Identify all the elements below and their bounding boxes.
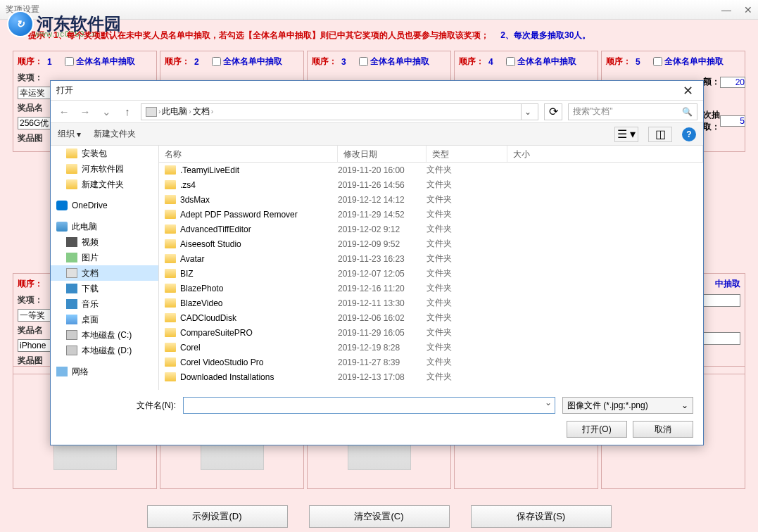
folder-icon: [165, 357, 176, 367]
organize-button[interactable]: 组织 ▾: [58, 128, 81, 140]
tree-item-河东软件园[interactable]: 河东软件园: [51, 161, 158, 177]
file-date: 2019-11-29 14:52: [338, 210, 427, 220]
close-app-icon[interactable]: ✕: [744, 4, 752, 15]
file-filter-combo[interactable]: 图像文件 (*.jpg;*.png) ⌄: [562, 397, 693, 414]
tree-item-文档[interactable]: 文档: [51, 265, 158, 281]
breadcrumb[interactable]: › 此电脑 › 文档 › ⌄: [141, 103, 538, 120]
list-item[interactable]: AdvancedTiffEditor2019-12-02 9:12文件夹: [159, 222, 703, 236]
column-name[interactable]: 名称: [159, 146, 338, 162]
list-item[interactable]: BIZ2019-12-07 12:05文件夹: [159, 266, 703, 281]
chevron-right-icon: ›: [211, 108, 213, 115]
tree-item-音乐[interactable]: 音乐: [51, 296, 158, 312]
view-mode-button[interactable]: ☰ ▾: [614, 127, 638, 142]
all-list-checkbox-4[interactable]: [506, 57, 515, 66]
all-list-checkbox-3[interactable]: [359, 57, 368, 66]
list-item[interactable]: Adept PDF Password Remover2019-11-29 14:…: [159, 207, 703, 222]
file-type: 文件夹: [427, 327, 507, 338]
tree-item-桌面[interactable]: 桌面: [51, 312, 158, 327]
open-button[interactable]: 打开(O): [567, 421, 627, 438]
file-type: 文件夹: [427, 297, 507, 309]
list-item[interactable]: BlazeVideo2019-12-11 13:30文件夹: [159, 296, 703, 310]
folder-icon: [165, 210, 176, 219]
dialog-nav: ← → ⌄ ↑ › 此电脑 › 文档 › ⌄ ⟳ 搜索"文档" 🔍: [51, 101, 703, 123]
dialog-titlebar: 打开 ✕: [51, 81, 703, 101]
forward-icon[interactable]: →: [77, 104, 93, 120]
column-date[interactable]: 修改日期: [338, 146, 427, 162]
tree-item-视频[interactable]: 视频: [51, 234, 158, 250]
close-icon[interactable]: ✕: [678, 83, 697, 99]
folder-tree[interactable]: 安装包河东软件园新建文件夹OneDrive此电脑视频图片文档下载音乐桌面本地磁盘…: [51, 146, 159, 390]
chevron-down-icon: ⌄: [681, 400, 688, 410]
tree-item-图片[interactable]: 图片: [51, 250, 158, 265]
breadcrumb-dropdown-icon[interactable]: ⌄: [521, 104, 533, 120]
tree-item-此电脑[interactable]: 此电脑: [51, 219, 158, 234]
list-item[interactable]: CADCloudDisk2019-12-06 16:02文件夹: [159, 310, 703, 325]
tree-item-本地磁盘 (C:)[interactable]: 本地磁盘 (C:): [51, 327, 158, 343]
all-list-checkbox-5[interactable]: [653, 57, 662, 66]
award-label: 奖项：: [18, 294, 43, 306]
list-item[interactable]: Aiseesoft Studio2019-12-09 9:52文件夹: [159, 236, 703, 251]
file-date: 2019-12-06 16:02: [338, 313, 427, 323]
new-folder-button[interactable]: 新建文件夹: [94, 128, 136, 140]
file-date: 2019-12-11 13:30: [338, 298, 427, 308]
tree-item-安装包[interactable]: 安装包: [51, 146, 158, 161]
back-icon[interactable]: ←: [56, 104, 72, 120]
tree-item-新建文件夹[interactable]: 新建文件夹: [51, 177, 158, 192]
chevron-right-icon: ›: [158, 108, 160, 115]
cancel-button[interactable]: 取消: [633, 421, 693, 438]
all-list-checkbox-2[interactable]: [212, 57, 221, 66]
breadcrumb-folder[interactable]: 文档: [193, 106, 210, 118]
checkbox-label: 全体名单中抽取: [76, 56, 135, 68]
amount-input[interactable]: [720, 77, 745, 88]
list-item[interactable]: .TeamyiLiveEdit2019-11-20 16:00文件夹: [159, 163, 703, 177]
tree-item-下载[interactable]: 下载: [51, 281, 158, 296]
pc-icon: [56, 222, 68, 232]
list-item[interactable]: 3dsMax2019-12-12 14:12文件夹: [159, 192, 703, 207]
tree-item-OneDrive[interactable]: OneDrive: [51, 198, 158, 213]
file-type: 文件夹: [427, 341, 507, 353]
file-date: 2019-12-13 17:08: [338, 372, 427, 382]
search-input[interactable]: 搜索"文档" 🔍: [568, 103, 697, 120]
recent-icon[interactable]: ⌄: [99, 104, 114, 120]
refresh-icon[interactable]: ⟳: [544, 103, 562, 120]
example-settings-button[interactable]: 示例设置(D): [147, 505, 288, 528]
list-item[interactable]: CompareSuitePRO2019-11-29 16:05文件夹: [159, 325, 703, 340]
breadcrumb-pc[interactable]: 此电脑: [162, 106, 187, 118]
clear-settings-button[interactable]: 清空设置(C): [309, 505, 450, 528]
list-item[interactable]: Corel2019-12-19 8:28文件夹: [159, 340, 703, 355]
down-icon: [66, 284, 77, 293]
tree-item-网络[interactable]: 网络: [51, 364, 158, 379]
help-icon[interactable]: ?: [682, 127, 696, 141]
chevron-right-icon: ›: [189, 108, 191, 115]
file-name: Corel: [180, 343, 201, 353]
file-name: BlazeVideo: [180, 298, 223, 308]
file-date: 2019-12-16 11:20: [338, 284, 427, 293]
save-settings-button[interactable]: 保存设置(S): [471, 505, 612, 528]
file-type: 文件夹: [427, 356, 507, 368]
all-list-checkbox-1[interactable]: [65, 57, 74, 66]
file-name: Downloaded Installations: [180, 372, 274, 382]
minimize-icon[interactable]: —: [721, 4, 731, 15]
doc-icon: [146, 107, 157, 117]
preview-pane-button[interactable]: ◫: [648, 127, 672, 142]
column-type[interactable]: 类型: [427, 146, 507, 162]
disk-icon: [66, 330, 77, 340]
filename-input[interactable]: [183, 397, 555, 414]
list-item[interactable]: BlazePhoto2019-12-16 11:20文件夹: [159, 281, 703, 296]
seq-num: 1: [47, 57, 52, 67]
tree-item-本地磁盘 (D:)[interactable]: 本地磁盘 (D:): [51, 343, 158, 358]
filter-text: 图像文件 (*.jpg;*.png): [567, 400, 648, 412]
list-item[interactable]: .zs42019-11-26 14:56文件夹: [159, 177, 703, 192]
tree-item-label: 安装包: [82, 148, 107, 160]
up-icon[interactable]: ↑: [120, 104, 135, 120]
list-item[interactable]: Downloaded Installations2019-12-13 17:08…: [159, 369, 703, 384]
column-size[interactable]: 大小: [507, 146, 703, 162]
list-item[interactable]: Corel VideoStudio Pro2019-11-27 8:39文件夹: [159, 355, 703, 369]
filename-label: 文件名(N):: [61, 400, 176, 412]
per-draw-input[interactable]: [720, 115, 745, 127]
file-list[interactable]: 名称 修改日期 类型 大小 .TeamyiLiveEdit2019-11-20 …: [159, 146, 703, 390]
file-name: Adept PDF Password Remover: [180, 210, 298, 220]
img-icon: [66, 253, 77, 262]
file-open-dialog: 打开 ✕ ← → ⌄ ↑ › 此电脑 › 文档 › ⌄ ⟳ 搜索"文档" 🔍 组…: [50, 80, 704, 445]
list-item[interactable]: Avatar2019-11-23 16:23文件夹: [159, 251, 703, 266]
